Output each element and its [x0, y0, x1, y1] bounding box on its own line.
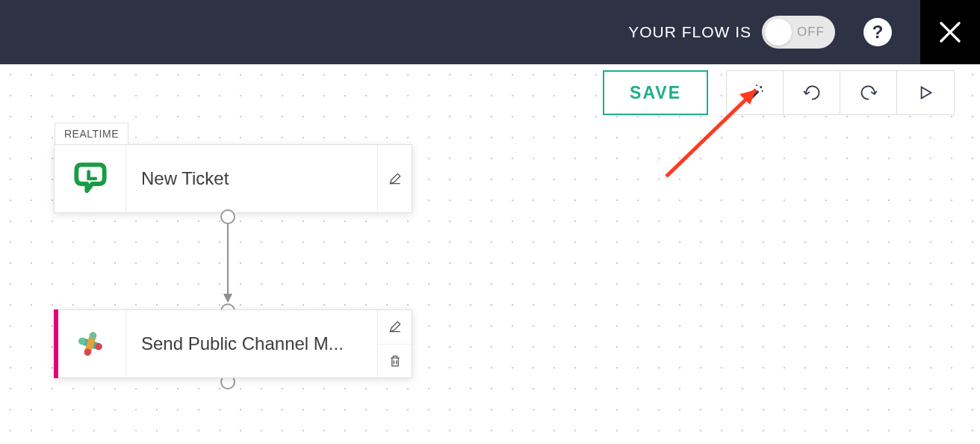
- play-icon: [916, 83, 935, 102]
- trigger-edit-button[interactable]: [378, 145, 412, 212]
- trigger-actions: [377, 145, 412, 212]
- pencil-icon: [388, 171, 403, 186]
- trigger-app-icon-cell: [55, 145, 126, 212]
- trigger-title: New Ticket: [126, 145, 377, 212]
- close-icon: [937, 19, 964, 46]
- toggle-state-text: OFF: [797, 25, 825, 40]
- trigger-node[interactable]: REALTIME New Ticket: [54, 144, 412, 213]
- save-button[interactable]: SAVE: [603, 70, 708, 115]
- node-connector: [222, 213, 234, 309]
- trigger-badge: REALTIME: [55, 123, 128, 144]
- close-button[interactable]: [920, 0, 980, 64]
- flow-canvas[interactable]: SAVE REALTIME New Ticket: [0, 64, 980, 444]
- action-accent-bar: [54, 309, 58, 378]
- action-title: Send Public Channel M...: [126, 310, 377, 377]
- toggle-knob: [765, 19, 792, 46]
- svg-point-0: [760, 86, 762, 88]
- magic-wand-button[interactable]: [727, 71, 784, 114]
- tool-group: [726, 70, 955, 115]
- magic-wand-icon: [745, 83, 765, 102]
- trigger-output-port[interactable]: [220, 209, 235, 224]
- undo-icon: [802, 83, 822, 102]
- canvas-toolbar: SAVE: [603, 70, 955, 115]
- action-edit-button[interactable]: [378, 310, 412, 345]
- action-actions: [377, 310, 412, 377]
- action-node[interactable]: Send Public Channel M...: [54, 309, 412, 378]
- help-button[interactable]: ?: [863, 18, 892, 46]
- svg-point-1: [756, 84, 757, 86]
- run-button[interactable]: [897, 71, 954, 114]
- slack-icon: [69, 323, 111, 365]
- pencil-icon: [388, 319, 403, 334]
- svg-point-2: [761, 90, 763, 92]
- flow-status: YOUR FLOW IS OFF: [628, 16, 835, 49]
- flow-status-label: YOUR FLOW IS: [628, 23, 751, 41]
- flow-toggle[interactable]: OFF: [762, 16, 835, 49]
- help-icon: ?: [872, 22, 884, 43]
- projoquick-icon: [69, 158, 111, 200]
- action-app-icon-cell: [55, 310, 126, 377]
- topbar: YOUR FLOW IS OFF ?: [0, 0, 980, 64]
- action-delete-button[interactable]: [378, 345, 412, 378]
- redo-icon: [859, 83, 878, 102]
- trash-icon: [388, 354, 403, 369]
- undo-button[interactable]: [784, 71, 840, 114]
- redo-button[interactable]: [840, 71, 897, 114]
